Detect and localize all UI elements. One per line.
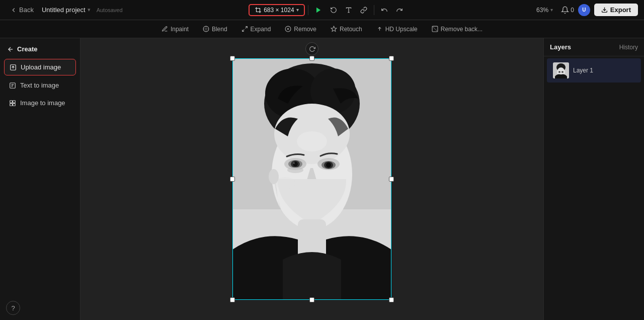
help-icon: ? bbox=[11, 304, 15, 312]
topbar: Back Untitled project ▾ Autosaved 683 × … bbox=[0, 0, 644, 20]
zoom-display[interactable]: 63% ▾ bbox=[532, 5, 557, 16]
create-header: Create bbox=[4, 43, 76, 57]
svg-point-36 bbox=[293, 162, 295, 164]
redo-icon bbox=[396, 7, 403, 14]
blend-button[interactable]: Blend bbox=[197, 24, 233, 35]
svg-rect-20 bbox=[10, 100, 13, 103]
rotate-left-icon bbox=[330, 7, 337, 14]
export-label: Export bbox=[610, 6, 631, 14]
sidebar-item-image-to-image[interactable]: Image to image bbox=[4, 95, 76, 111]
text-to-image-label: Text to image bbox=[20, 82, 59, 89]
bell-icon bbox=[561, 6, 569, 14]
notification-badge[interactable]: 0 bbox=[561, 6, 574, 14]
avatar[interactable]: U bbox=[578, 4, 590, 16]
svg-marker-0 bbox=[316, 7, 320, 13]
text-button[interactable] bbox=[342, 3, 356, 17]
text-icon bbox=[345, 7, 352, 14]
remove-bg-label: Remove back... bbox=[441, 26, 482, 33]
blend-icon bbox=[203, 26, 209, 32]
svg-line-6 bbox=[242, 30, 244, 32]
create-label: Create bbox=[17, 45, 37, 53]
export-button[interactable]: Export bbox=[594, 4, 638, 16]
main-area: Create Upload image Text to image Image … bbox=[0, 38, 644, 320]
project-title[interactable]: Untitled project ▾ bbox=[42, 6, 91, 14]
portrait-svg bbox=[232, 58, 391, 300]
text-to-image-icon bbox=[9, 82, 16, 89]
svg-line-5 bbox=[245, 27, 247, 29]
toolbar2: Inpaint Blend Expand Remove Retouch HD U… bbox=[0, 20, 644, 38]
svg-rect-22 bbox=[10, 103, 13, 106]
dimension-chevron: ▾ bbox=[296, 7, 299, 13]
remove-bg-icon bbox=[432, 26, 438, 32]
autosaved-label: Autosaved bbox=[97, 7, 123, 13]
expand-label: Expand bbox=[251, 26, 271, 33]
layer-name: Layer 1 bbox=[573, 67, 593, 74]
back-icon bbox=[10, 7, 17, 14]
sidebar-item-text-to-image[interactable]: Text to image bbox=[4, 77, 76, 93]
play-button[interactable] bbox=[311, 3, 326, 17]
back-button[interactable]: Back bbox=[6, 4, 38, 16]
blend-label: Blend bbox=[212, 26, 227, 33]
expand-icon bbox=[242, 26, 248, 32]
notif-count: 0 bbox=[571, 7, 574, 14]
download-icon bbox=[601, 7, 608, 13]
layer-thumbnail bbox=[553, 62, 569, 78]
layers-header: Layers History bbox=[544, 38, 644, 56]
retouch-label: Retouch bbox=[340, 26, 362, 33]
dimension-display[interactable]: 683 × 1024 ▾ bbox=[249, 4, 304, 16]
link-button[interactable] bbox=[357, 3, 371, 17]
upscale-label: HD Upscale bbox=[385, 26, 418, 33]
upscale-icon bbox=[376, 26, 383, 32]
redo-button[interactable] bbox=[392, 3, 407, 17]
dimension-text: 683 × 1024 bbox=[264, 7, 294, 14]
svg-rect-21 bbox=[13, 100, 16, 103]
retouch-button[interactable]: Retouch bbox=[325, 24, 368, 35]
avatar-initial: U bbox=[582, 7, 586, 13]
svg-point-50 bbox=[558, 71, 560, 73]
layer-thumb-svg bbox=[553, 62, 569, 78]
back-arrow-icon bbox=[7, 46, 14, 53]
svg-point-39 bbox=[326, 163, 331, 168]
expand-button[interactable]: Expand bbox=[235, 24, 277, 35]
inpaint-icon bbox=[162, 26, 168, 32]
link-icon bbox=[360, 7, 367, 14]
undo-icon bbox=[381, 7, 388, 14]
svg-point-45 bbox=[269, 169, 279, 184]
remove-bg-button[interactable]: Remove back... bbox=[426, 24, 489, 35]
svg-point-46 bbox=[297, 131, 327, 151]
play-icon bbox=[315, 7, 322, 14]
portrait-canvas bbox=[232, 58, 391, 300]
svg-line-12 bbox=[432, 26, 438, 32]
project-chevron-icon: ▾ bbox=[88, 7, 91, 13]
left-sidebar: Create Upload image Text to image Image … bbox=[0, 38, 80, 320]
topbar-center-tools: 683 × 1024 ▾ bbox=[129, 3, 527, 17]
canvas-area[interactable] bbox=[80, 38, 543, 320]
help-button[interactable]: ? bbox=[6, 301, 20, 315]
divider2 bbox=[374, 5, 374, 15]
svg-rect-23 bbox=[13, 103, 16, 106]
undo-button[interactable] bbox=[377, 3, 391, 17]
right-sidebar: Layers History Layer 1 bbox=[543, 38, 644, 320]
topbar-actions: 63% ▾ 0 U Export bbox=[526, 4, 644, 16]
zoom-level: 63% bbox=[536, 7, 548, 14]
project-title-text: Untitled project bbox=[42, 6, 86, 14]
history-tab[interactable]: History bbox=[619, 44, 638, 51]
refresh-button[interactable] bbox=[305, 42, 318, 55]
refresh-icon bbox=[309, 46, 315, 52]
upload-image-label: Upload image bbox=[21, 63, 61, 71]
divider bbox=[308, 5, 308, 15]
remove-label: Remove bbox=[294, 26, 316, 33]
rotate-left-button[interactable] bbox=[327, 3, 341, 17]
zoom-chevron-icon: ▾ bbox=[550, 7, 553, 13]
list-item[interactable]: Layer 1 bbox=[547, 58, 641, 83]
inpaint-label: Inpaint bbox=[171, 26, 189, 33]
svg-point-51 bbox=[561, 71, 564, 73]
remove-button[interactable]: Remove bbox=[279, 24, 323, 35]
image-to-image-icon bbox=[9, 100, 16, 107]
back-label: Back bbox=[19, 6, 34, 14]
sidebar-item-upload-image[interactable]: Upload image bbox=[4, 59, 76, 75]
inpaint-button[interactable]: Inpaint bbox=[155, 24, 195, 35]
canvas-container bbox=[232, 58, 391, 300]
crop-icon bbox=[255, 7, 262, 14]
upscale-button[interactable]: HD Upscale bbox=[370, 24, 424, 35]
